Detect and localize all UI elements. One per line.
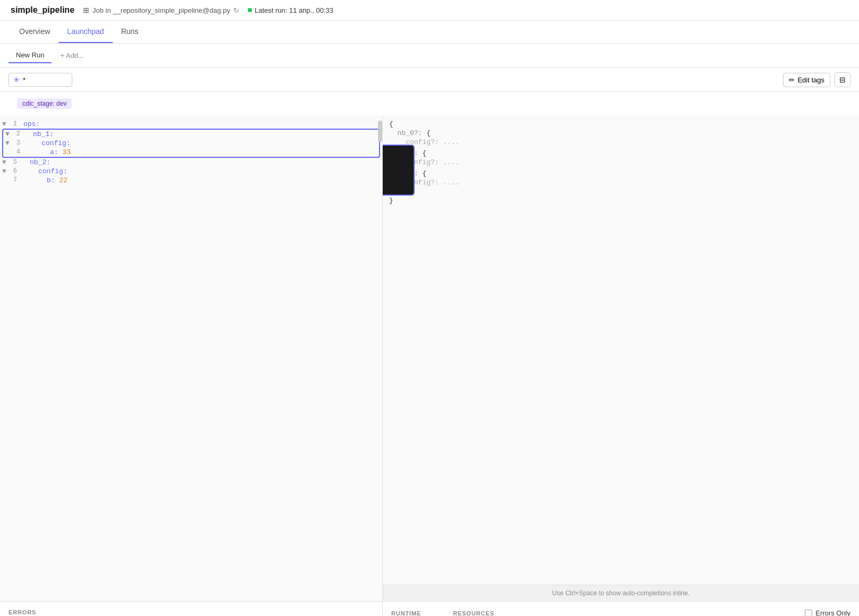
resources-label: RESOURCES (453, 610, 494, 617)
config-toolbar: ✳ ✏ Edit tags ⊟ (0, 68, 859, 92)
toggle-1[interactable]: ▼ (0, 120, 9, 128)
tab-overview[interactable]: Overview (11, 21, 58, 43)
schema-line-3: b_1?: { (389, 149, 853, 158)
job-label: Job in __repository_simple_pipeline@dag.… (92, 6, 230, 14)
top-bar: simple_pipeline ⊞ Job in __repository_si… (0, 0, 859, 21)
rt-header-row: RUNTIME RESOURCES Errors Only (391, 609, 850, 616)
schema-area[interactable]: { nb_0?: { config?: .... b_1?: { config?… (383, 115, 859, 585)
scrollbar-handle[interactable] (378, 121, 382, 142)
tag-badge-container: cdlc_stage: dev (0, 92, 859, 115)
tooltip-title: Default value (383, 152, 406, 160)
schema-line-8: } (389, 196, 853, 205)
errors-only-row: Errors Only (805, 609, 850, 616)
main-content: ▼ 1 ops: ▼ 2 nb_1: ▼ 3 config: (0, 115, 859, 601)
linecontent-4: a: 33 (24, 148, 379, 156)
linenum-7: 7 (9, 176, 21, 184)
errors-only-checkbox[interactable] (805, 610, 812, 617)
search-box[interactable]: ✳ (9, 73, 72, 87)
selected-block: ▼ 2 nb_1: ▼ 3 config: 4 a: 33 (2, 129, 380, 158)
code-line-7: 7 b: 22 (0, 176, 382, 185)
latest-run-text: Latest run: 11 апр., 00:33 (255, 6, 333, 14)
bottom-right: RUNTIME RESOURCES Errors Only execution … (383, 602, 859, 616)
tab-runs[interactable]: Runs (113, 21, 147, 43)
toggle-3[interactable]: ▼ (3, 139, 12, 147)
schema-line-1: nb_0?: { (389, 129, 853, 138)
add-tab-button[interactable]: + Add... (56, 48, 88, 63)
schema-line-4: config?: .... (389, 158, 853, 167)
toggle-5[interactable]: ▼ (0, 158, 9, 166)
editor-area[interactable]: ▼ 1 ops: ▼ 2 nb_1: ▼ 3 config: (0, 115, 382, 601)
status-dot (248, 8, 252, 12)
panel-toggle-button[interactable]: ⊟ (835, 72, 850, 87)
linenum-6: 6 (9, 167, 21, 175)
linecontent-1: ops: (21, 120, 382, 128)
toolbar-right: ✏ Edit tags ⊟ (783, 72, 850, 87)
linenum-5: 5 (9, 158, 21, 166)
edit-tags-label: Edit tags (797, 76, 824, 84)
schema-line-7: } (389, 187, 853, 196)
job-info: ⊞ Job in __repository_simple_pipeline@da… (83, 6, 239, 14)
linenum-4: 4 (12, 148, 24, 156)
linenum-2: 2 (12, 130, 24, 138)
code-line-6: ▼ 6 config: (0, 167, 382, 176)
code-line-5: ▼ 5 nb_2: (0, 158, 382, 167)
toggle-2[interactable]: ▼ (3, 130, 12, 138)
code-line-4: 4 a: 33 (3, 148, 379, 157)
code-line-1: ▼ 1 ops: (0, 120, 382, 129)
schema-line-2: config?: .... (389, 138, 853, 147)
tag-badge: cdlc_stage: dev (17, 98, 72, 109)
tooltip-box: Default value { "a": 10 } (383, 145, 415, 196)
linecontent-6: config: (21, 167, 382, 175)
linecontent-3: config: (24, 139, 379, 147)
tab-launchpad[interactable]: Launchpad (58, 21, 112, 43)
schema-line-6: config?: .... (389, 178, 853, 187)
pencil-icon: ✏ (789, 76, 795, 84)
right-panel: { nb_0?: { config?: .... b_1?: { config?… (383, 115, 859, 601)
job-icon: ⊞ (83, 6, 89, 14)
tooltip-content: { "a": 10 } (383, 164, 406, 188)
linecontent-7: b: 22 (21, 176, 382, 184)
linecontent-5: nb_2: (21, 158, 382, 166)
app-title: simple_pipeline (11, 5, 74, 15)
linecontent-2: nb_1: (24, 130, 379, 138)
schema-line-0: { (389, 120, 853, 129)
latest-run: Latest run: 11 апр., 00:33 (248, 6, 333, 14)
new-run-tab[interactable]: New Run (9, 48, 52, 63)
left-panel: ▼ 1 ops: ▼ 2 nb_1: ▼ 3 config: (0, 115, 383, 601)
errors-label: ERRORS (9, 609, 374, 615)
linenum-1: 1 (9, 120, 21, 128)
asterisk-icon: ✳ (13, 75, 20, 84)
errors-only-label: Errors Only (815, 609, 850, 616)
code-line-2: ▼ 2 nb_1: (3, 130, 379, 139)
schema-line-5: b_2?: { (389, 169, 853, 178)
bottom-section: ERRORS ✔ No errors CONFIG ACTIONS: Scaff… (0, 601, 859, 616)
runtime-label: RUNTIME (391, 610, 421, 617)
hint-bar: Use Ctrl+Space to show auto-completions … (383, 585, 859, 601)
search-input[interactable] (23, 76, 65, 84)
toggle-6[interactable]: ▼ (0, 167, 9, 175)
linenum-3: 3 (12, 139, 24, 147)
run-tabs-bar: New Run + Add... (0, 44, 859, 68)
refresh-icon[interactable]: ↻ (233, 6, 239, 14)
bottom-left: ERRORS ✔ No errors CONFIG ACTIONS: Scaff… (0, 602, 383, 616)
code-line-3: ▼ 3 config: (3, 139, 379, 148)
tabs-bar: Overview Launchpad Runs (0, 21, 859, 44)
edit-tags-button[interactable]: ✏ Edit tags (783, 73, 830, 87)
